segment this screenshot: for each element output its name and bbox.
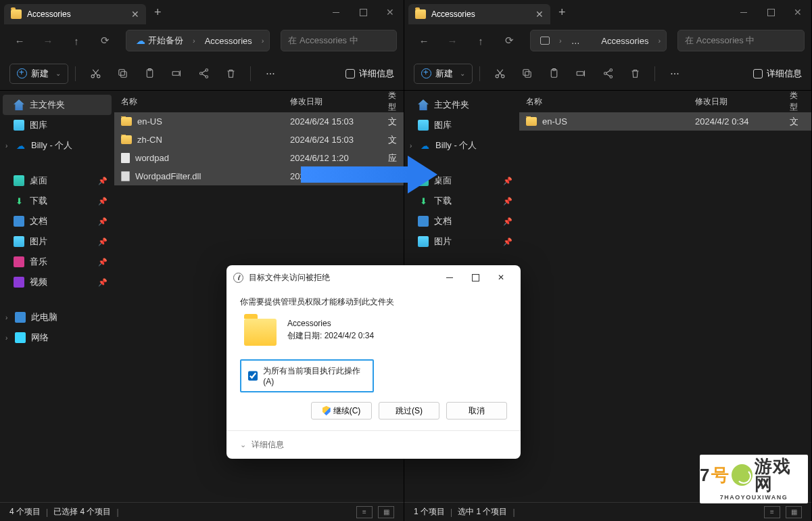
dialog-minimize[interactable] (437, 270, 462, 285)
file-row[interactable]: en-US 2024/4/2 0:34 文 (519, 112, 811, 131)
checkbox-input[interactable] (248, 371, 258, 381)
tab-close-icon[interactable]: ✕ (535, 9, 544, 20)
more-button[interactable]: ··· (258, 62, 283, 86)
rename-button[interactable] (568, 62, 594, 86)
sidebar-item-network[interactable]: ›网络 (0, 327, 114, 348)
search-input[interactable]: 在 Accessories 中 (281, 30, 397, 51)
new-tab-button[interactable]: + (154, 5, 162, 20)
column-name[interactable]: 名称 (519, 96, 688, 108)
apply-all-checkbox[interactable]: 为所有当前项目执行此操作(A) (240, 359, 374, 392)
dialog-details-toggle[interactable]: ⌄ 详细信息 (226, 430, 521, 459)
close-button[interactable]: ✕ (377, 0, 404, 24)
column-name[interactable]: 名称 (114, 96, 283, 108)
close-button[interactable]: ✕ (784, 0, 811, 24)
maximize-button[interactable] (757, 0, 784, 24)
plus-icon (421, 68, 431, 78)
view-grid-button[interactable]: ▦ (786, 506, 802, 518)
up-button[interactable]: ↑ (64, 29, 89, 52)
new-tab-button[interactable]: + (558, 5, 566, 20)
view-grid-button[interactable]: ▦ (378, 506, 394, 518)
address-bar[interactable]: › … › Accessories › (530, 30, 667, 51)
refresh-button[interactable]: ⟳ (92, 29, 118, 52)
paste-button[interactable] (137, 62, 162, 86)
new-button[interactable]: 新建 ⌄ (9, 64, 68, 84)
maximize-button[interactable] (350, 0, 377, 24)
file-row[interactable]: zh-CN 2024/6/24 15:03 文 (114, 131, 404, 149)
more-button[interactable]: ··· (662, 62, 688, 86)
forward-button[interactable]: → (439, 29, 465, 52)
sidebar-item-pictures[interactable]: 图片📌 (404, 231, 519, 252)
chevron-right-icon[interactable]: › (260, 37, 266, 45)
up-button[interactable]: ↑ (468, 29, 494, 52)
view-list-button[interactable]: ≡ (356, 506, 373, 518)
sidebar-item-gallery[interactable]: 图库 (0, 115, 114, 135)
chevron-right-icon[interactable]: › (656, 37, 662, 45)
sidebar-item-home[interactable]: 主文件夹 (3, 95, 112, 115)
continue-button[interactable]: 继续(C) (311, 402, 372, 420)
column-date[interactable]: 修改日期 (688, 96, 783, 108)
minimize-button[interactable] (323, 0, 350, 24)
chevron-right-icon[interactable]: › (558, 37, 563, 45)
address-bar[interactable]: ☁开始备份 › Accessories › (126, 30, 270, 51)
back-button[interactable]: ← (7, 29, 32, 52)
chevron-right-icon[interactable]: › (5, 314, 14, 321)
tab-accessories[interactable]: Accessories ✕ (408, 4, 550, 24)
sidebar-item-onedrive[interactable]: ›☁Billy - 个人 (404, 135, 519, 156)
tab-accessories[interactable]: Accessories ✕ (4, 4, 146, 24)
minimize-button[interactable] (730, 0, 757, 24)
sidebar-item-pictures[interactable]: 图片📌 (0, 231, 114, 252)
chevron-right-icon[interactable]: › (5, 142, 14, 150)
paste-button[interactable] (541, 62, 567, 86)
pc-crumb[interactable] (535, 35, 555, 47)
sidebar-item-gallery[interactable]: 图库 (404, 115, 519, 135)
sidebar-item-documents[interactable]: 文档📌 (404, 211, 519, 231)
cancel-button[interactable]: 取消 (446, 402, 507, 420)
pin-icon: 📌 (503, 177, 512, 185)
details-button[interactable]: 详细信息 (345, 68, 394, 80)
dialog-close[interactable]: ✕ (488, 270, 514, 285)
file-row[interactable]: en-US 2024/6/24 15:03 文 (114, 112, 404, 131)
column-type[interactable]: 类型 (783, 91, 811, 113)
column-type[interactable]: 类型 (381, 91, 404, 113)
chevron-right-icon[interactable]: › (191, 37, 197, 45)
cut-button[interactable] (487, 62, 512, 86)
view-list-button[interactable]: ≡ (764, 506, 780, 518)
column-date[interactable]: 修改日期 (283, 96, 381, 108)
skip-button[interactable]: 跳过(S) (379, 402, 439, 420)
search-input[interactable]: 在 Accessories 中 (677, 30, 805, 51)
refresh-button[interactable]: ⟳ (496, 29, 522, 52)
new-button[interactable]: 新建 ⌄ (414, 64, 473, 84)
backup-crumb[interactable]: ☁开始备份 (130, 32, 189, 49)
sidebar-item-videos[interactable]: 视频📌 (0, 272, 114, 292)
delete-button[interactable] (218, 62, 243, 86)
rename-button[interactable] (164, 62, 189, 86)
sidebar-item-downloads[interactable]: ⬇下载📌 (404, 191, 519, 211)
crumb-accessories[interactable]: Accessories (199, 34, 258, 48)
crumb-accessories[interactable]: Accessories (596, 34, 654, 48)
delete-button[interactable] (622, 62, 648, 86)
sidebar-item-downloads[interactable]: ⬇下载📌 (0, 191, 114, 211)
copy-button[interactable] (110, 62, 135, 86)
chevron-right-icon[interactable]: › (410, 142, 418, 150)
sidebar-item-onedrive[interactable]: ›☁Billy - 个人 (0, 135, 114, 156)
file-row[interactable]: wordpad 2024/6/12 1:20 应 (114, 149, 404, 167)
share-button[interactable] (595, 62, 621, 86)
sidebar-item-thispc[interactable]: ›此电脑 (0, 307, 114, 327)
details-button[interactable]: 详细信息 (753, 68, 802, 80)
forward-button[interactable]: → (35, 29, 61, 52)
access-denied-dialog: 目标文件夹访问被拒绝 ✕ 你需要提供管理员权限才能移动到此文件夹 Accesso… (226, 265, 521, 459)
file-row[interactable]: WordpadFilter.dll 2024/4/24 7:36 应 (114, 167, 404, 185)
sidebar-item-music[interactable]: 音乐📌 (0, 252, 114, 272)
sidebar-item-desktop[interactable]: 桌面📌 (0, 171, 114, 191)
tab-close-icon[interactable]: ✕ (131, 9, 139, 20)
share-button[interactable] (191, 62, 216, 86)
sidebar-item-home[interactable]: 主文件夹 (404, 95, 519, 115)
ellipsis-crumb[interactable]: … (566, 34, 586, 48)
chevron-right-icon[interactable]: › (5, 334, 14, 342)
cut-button[interactable] (82, 62, 108, 86)
back-button[interactable]: ← (411, 29, 437, 52)
dialog-maximize[interactable] (462, 270, 488, 285)
sidebar-item-desktop[interactable]: 桌面📌 (404, 171, 519, 191)
sidebar-item-documents[interactable]: 文档📌 (0, 211, 114, 231)
copy-button[interactable] (514, 62, 540, 86)
